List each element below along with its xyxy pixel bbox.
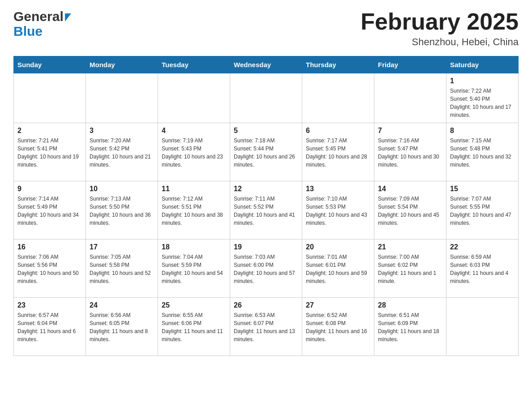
- calendar-cell: 1Sunrise: 7:22 AMSunset: 5:40 PMDaylight…: [446, 73, 519, 123]
- day-info: Sunrise: 7:21 AMSunset: 5:41 PMDaylight:…: [17, 137, 82, 169]
- day-number: 25: [162, 301, 226, 309]
- calendar-week-4: 16Sunrise: 7:06 AMSunset: 5:56 PMDayligh…: [14, 240, 519, 298]
- calendar-cell: 23Sunrise: 6:57 AMSunset: 6:04 PMDayligh…: [14, 298, 86, 356]
- calendar-title: February 2025: [360, 9, 519, 34]
- day-info: Sunrise: 7:07 AMSunset: 5:55 PMDaylight:…: [450, 195, 515, 227]
- day-info: Sunrise: 7:13 AMSunset: 5:50 PMDaylight:…: [90, 195, 154, 227]
- day-info: Sunrise: 7:17 AMSunset: 5:45 PMDaylight:…: [306, 137, 370, 169]
- day-info: Sunrise: 6:53 AMSunset: 6:07 PMDaylight:…: [234, 311, 298, 343]
- calendar-cell: 28Sunrise: 6:51 AMSunset: 6:09 PMDayligh…: [374, 298, 446, 356]
- day-info: Sunrise: 7:19 AMSunset: 5:43 PMDaylight:…: [162, 137, 226, 169]
- calendar-cell: 15Sunrise: 7:07 AMSunset: 5:55 PMDayligh…: [446, 181, 519, 240]
- calendar-cell: 18Sunrise: 7:04 AMSunset: 5:59 PMDayligh…: [158, 240, 230, 298]
- day-number: 8: [450, 127, 515, 135]
- calendar-cell: 19Sunrise: 7:03 AMSunset: 6:00 PMDayligh…: [230, 240, 302, 298]
- day-number: 2: [17, 127, 82, 135]
- day-info: Sunrise: 6:59 AMSunset: 6:03 PMDaylight:…: [450, 253, 515, 285]
- day-info: Sunrise: 7:15 AMSunset: 5:48 PMDaylight:…: [450, 137, 515, 169]
- logo-general-text: General: [13, 9, 64, 24]
- logo-blue-text: Blue: [13, 24, 71, 39]
- day-number: 22: [450, 243, 515, 251]
- header-row: Sunday Monday Tuesday Wednesday Thursday…: [14, 56, 519, 73]
- day-info: Sunrise: 7:20 AMSunset: 5:42 PMDaylight:…: [90, 137, 154, 169]
- col-saturday: Saturday: [446, 56, 519, 73]
- calendar-cell: 12Sunrise: 7:11 AMSunset: 5:52 PMDayligh…: [230, 181, 302, 240]
- day-number: 24: [90, 301, 154, 309]
- day-info: Sunrise: 7:16 AMSunset: 5:47 PMDaylight:…: [378, 137, 442, 169]
- day-info: Sunrise: 7:03 AMSunset: 6:00 PMDaylight:…: [234, 253, 298, 285]
- col-friday: Friday: [374, 56, 446, 73]
- day-number: 1: [450, 77, 515, 85]
- day-info: Sunrise: 7:00 AMSunset: 6:02 PMDaylight:…: [378, 253, 442, 285]
- day-info: Sunrise: 6:52 AMSunset: 6:08 PMDaylight:…: [306, 311, 370, 343]
- calendar-cell: 9Sunrise: 7:14 AMSunset: 5:49 PMDaylight…: [14, 181, 86, 240]
- calendar-cell: [14, 73, 86, 123]
- day-number: 17: [90, 243, 154, 251]
- day-number: 9: [17, 185, 82, 193]
- day-number: 12: [234, 185, 298, 193]
- calendar-cell: 6Sunrise: 7:17 AMSunset: 5:45 PMDaylight…: [302, 123, 374, 181]
- day-info: Sunrise: 7:14 AMSunset: 5:49 PMDaylight:…: [17, 195, 82, 227]
- calendar-week-3: 9Sunrise: 7:14 AMSunset: 5:49 PMDaylight…: [14, 181, 519, 240]
- calendar-cell: [158, 73, 230, 123]
- calendar-week-1: 1Sunrise: 7:22 AMSunset: 5:40 PMDaylight…: [14, 73, 519, 123]
- calendar-cell: [86, 73, 158, 123]
- calendar-cell: 7Sunrise: 7:16 AMSunset: 5:47 PMDaylight…: [374, 123, 446, 181]
- day-number: 27: [306, 301, 370, 309]
- calendar-week-5: 23Sunrise: 6:57 AMSunset: 6:04 PMDayligh…: [14, 298, 519, 356]
- page-header: General Blue February 2025 Shenzhou, Heb…: [13, 9, 519, 48]
- day-number: 11: [162, 185, 226, 193]
- day-number: 14: [378, 185, 442, 193]
- calendar-cell: [230, 73, 302, 123]
- day-number: 19: [234, 243, 298, 251]
- day-number: 18: [162, 243, 226, 251]
- calendar-cell: 24Sunrise: 6:56 AMSunset: 6:05 PMDayligh…: [86, 298, 158, 356]
- calendar-cell: 21Sunrise: 7:00 AMSunset: 6:02 PMDayligh…: [374, 240, 446, 298]
- calendar-cell: [374, 73, 446, 123]
- day-info: Sunrise: 7:10 AMSunset: 5:53 PMDaylight:…: [306, 195, 370, 227]
- col-tuesday: Tuesday: [158, 56, 230, 73]
- calendar-body: 1Sunrise: 7:22 AMSunset: 5:40 PMDaylight…: [14, 73, 519, 356]
- day-info: Sunrise: 6:57 AMSunset: 6:04 PMDaylight:…: [17, 311, 82, 343]
- day-number: 16: [17, 243, 82, 251]
- day-info: Sunrise: 7:11 AMSunset: 5:52 PMDaylight:…: [234, 195, 298, 227]
- day-info: Sunrise: 6:51 AMSunset: 6:09 PMDaylight:…: [378, 311, 442, 343]
- day-number: 26: [234, 301, 298, 309]
- day-number: 7: [378, 127, 442, 135]
- calendar-cell: [302, 73, 374, 123]
- calendar-cell: 2Sunrise: 7:21 AMSunset: 5:41 PMDaylight…: [14, 123, 86, 181]
- day-number: 3: [90, 127, 154, 135]
- calendar-cell: 3Sunrise: 7:20 AMSunset: 5:42 PMDaylight…: [86, 123, 158, 181]
- calendar-cell: 25Sunrise: 6:55 AMSunset: 6:06 PMDayligh…: [158, 298, 230, 356]
- day-number: 28: [378, 301, 442, 309]
- calendar-cell: 11Sunrise: 7:12 AMSunset: 5:51 PMDayligh…: [158, 181, 230, 240]
- day-info: Sunrise: 7:12 AMSunset: 5:51 PMDaylight:…: [162, 195, 226, 227]
- calendar-cell: 5Sunrise: 7:18 AMSunset: 5:44 PMDaylight…: [230, 123, 302, 181]
- day-info: Sunrise: 6:55 AMSunset: 6:06 PMDaylight:…: [162, 311, 226, 343]
- calendar-cell: 14Sunrise: 7:09 AMSunset: 5:54 PMDayligh…: [374, 181, 446, 240]
- logo-triangle-icon: [65, 13, 71, 21]
- calendar-cell: [446, 298, 519, 356]
- calendar-week-2: 2Sunrise: 7:21 AMSunset: 5:41 PMDaylight…: [14, 123, 519, 181]
- calendar-cell: 27Sunrise: 6:52 AMSunset: 6:08 PMDayligh…: [302, 298, 374, 356]
- calendar-subtitle: Shenzhou, Hebei, China: [360, 36, 519, 48]
- day-info: Sunrise: 7:05 AMSunset: 5:58 PMDaylight:…: [90, 253, 154, 285]
- col-thursday: Thursday: [302, 56, 374, 73]
- calendar-cell: 22Sunrise: 6:59 AMSunset: 6:03 PMDayligh…: [446, 240, 519, 298]
- day-info: Sunrise: 7:06 AMSunset: 5:56 PMDaylight:…: [17, 253, 82, 285]
- day-info: Sunrise: 7:18 AMSunset: 5:44 PMDaylight:…: [234, 137, 298, 169]
- col-sunday: Sunday: [14, 56, 86, 73]
- day-number: 15: [450, 185, 515, 193]
- calendar-cell: 17Sunrise: 7:05 AMSunset: 5:58 PMDayligh…: [86, 240, 158, 298]
- day-number: 6: [306, 127, 370, 135]
- day-info: Sunrise: 7:01 AMSunset: 6:01 PMDaylight:…: [306, 253, 370, 285]
- col-wednesday: Wednesday: [230, 56, 302, 73]
- logo: General Blue: [13, 9, 71, 39]
- day-number: 21: [378, 243, 442, 251]
- day-number: 13: [306, 185, 370, 193]
- calendar-table: Sunday Monday Tuesday Wednesday Thursday…: [13, 56, 519, 356]
- col-monday: Monday: [86, 56, 158, 73]
- day-number: 5: [234, 127, 298, 135]
- calendar-cell: 8Sunrise: 7:15 AMSunset: 5:48 PMDaylight…: [446, 123, 519, 181]
- calendar-cell: 16Sunrise: 7:06 AMSunset: 5:56 PMDayligh…: [14, 240, 86, 298]
